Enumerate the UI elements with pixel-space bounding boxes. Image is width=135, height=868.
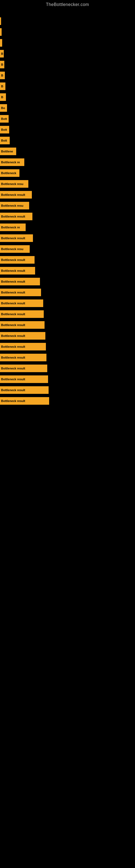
bar-item bbox=[0, 39, 2, 46]
bar-row: B bbox=[0, 92, 135, 102]
bar-item: Bottleneck result bbox=[0, 213, 32, 220]
bar-row: Bottleneck result bbox=[0, 320, 135, 330]
bar-label: Bottleneck result bbox=[1, 280, 25, 283]
bar-label: B bbox=[1, 95, 3, 99]
bar-row: Bottleneck re bbox=[0, 222, 135, 232]
bar-label: B bbox=[1, 63, 3, 66]
bar-row: Bott bbox=[0, 135, 135, 145]
bar-item: Bottleneck result bbox=[0, 343, 46, 350]
bar-label: Bottleneck result bbox=[1, 399, 25, 403]
bar-row: Bo bbox=[0, 103, 135, 113]
bar-label: Bottleneck result bbox=[1, 389, 25, 392]
bar-row: Bottleneck result bbox=[0, 331, 135, 341]
bar-label: Bottleneck resu bbox=[1, 182, 24, 186]
bar-label: Bottleneck re bbox=[1, 161, 20, 164]
bar-row: Bottleneck resu bbox=[0, 201, 135, 211]
bar-label: Bo bbox=[1, 106, 5, 110]
bar-item: Bo bbox=[0, 104, 7, 112]
bar-item: Bottleneck result bbox=[0, 386, 49, 394]
bar-item: Bottleneck result bbox=[0, 375, 48, 383]
bar-label: Bottleneck result bbox=[1, 215, 25, 218]
bar-item: Bottleneck re bbox=[0, 223, 26, 231]
bar-item: Bottleneck resu bbox=[0, 245, 30, 253]
bar-row: Bottleneck result bbox=[0, 364, 135, 373]
bar-item: Bottleneck result bbox=[0, 354, 46, 361]
bar-label: Bottlene bbox=[1, 150, 13, 153]
bar-item: Bottleneck result bbox=[0, 310, 44, 318]
bar-label: Bottleneck result bbox=[1, 312, 25, 316]
bar-label: Bottleneck result bbox=[1, 334, 25, 337]
bar-label: Bottleneck result bbox=[1, 193, 25, 196]
bar-item: B bbox=[0, 83, 5, 90]
bars-container: BBBBBBoBottBottBottBottleneBottleneck re… bbox=[0, 8, 135, 407]
bar-row: Bottleneck result bbox=[0, 277, 135, 286]
bar-row bbox=[0, 38, 135, 48]
bar-label: Bottleneck resu bbox=[1, 247, 24, 251]
bar-item: B bbox=[0, 50, 4, 58]
bar-row: B bbox=[0, 82, 135, 91]
bar-item: Bottleneck result bbox=[0, 332, 45, 340]
bar-row: Bottleneck result bbox=[0, 374, 135, 384]
bar-row: Bottleneck result bbox=[0, 396, 135, 406]
bar-label: B bbox=[1, 74, 3, 77]
bar-row: Bottleneck result bbox=[0, 255, 135, 265]
bar-item: Bottleneck result bbox=[0, 235, 33, 242]
bar-label: Bottleneck result bbox=[1, 367, 25, 370]
bar-item: Bottleneck resu bbox=[0, 180, 28, 188]
bar-item bbox=[0, 18, 1, 25]
site-title: TheBottlenecker.com bbox=[0, 0, 135, 8]
bar-label: Bott bbox=[1, 128, 7, 131]
bar-item: Bottleneck result bbox=[0, 397, 49, 405]
bar-row: Bottleneck result bbox=[0, 287, 135, 297]
bar-row: Bottleneck bbox=[0, 168, 135, 178]
bar-label: Bottleneck result bbox=[1, 291, 25, 294]
bar-row: Bott bbox=[0, 125, 135, 134]
bar-item: Bottleneck bbox=[0, 169, 19, 177]
bar-label: Bottleneck result bbox=[1, 323, 25, 327]
bar-label: Bottleneck re bbox=[1, 226, 20, 229]
bar-label: Bottleneck result bbox=[1, 302, 25, 305]
bar-label: Bott bbox=[1, 139, 7, 142]
bar-row: B bbox=[0, 70, 135, 80]
bar-row: Bottleneck result bbox=[0, 309, 135, 319]
bar-row: Bottleneck result bbox=[0, 352, 135, 362]
bar-item: Bottleneck resu bbox=[0, 202, 29, 209]
bar-item: Bottleneck result bbox=[0, 267, 35, 275]
bar-row: Bottleneck resu bbox=[0, 244, 135, 254]
bar-item: Bottleneck result bbox=[0, 289, 41, 296]
bar-item: Bottlene bbox=[0, 148, 16, 155]
bar-row: Bottleneck result bbox=[0, 190, 135, 199]
bar-row: Bottleneck result bbox=[0, 233, 135, 243]
bar-label: B bbox=[1, 52, 3, 55]
bar-row: Bottleneck result bbox=[0, 266, 135, 276]
bar-item: Bottleneck re bbox=[0, 158, 24, 166]
bar-row: B bbox=[0, 49, 135, 59]
bar-item: Bottleneck result bbox=[0, 321, 45, 329]
bar-item bbox=[0, 28, 2, 36]
bar-item: B bbox=[0, 61, 4, 68]
bar-label: Bott bbox=[1, 117, 7, 120]
bar-label: Bottleneck result bbox=[1, 258, 25, 261]
bar-item: Bottleneck result bbox=[0, 191, 32, 198]
bar-item: Bott bbox=[0, 137, 10, 144]
bar-row bbox=[0, 16, 135, 26]
bar-item: B bbox=[0, 72, 5, 79]
bar-label: Bottleneck result bbox=[1, 345, 25, 348]
bar-row: Bottleneck re bbox=[0, 157, 135, 167]
bar-item: Bott bbox=[0, 126, 9, 133]
bar-item: Bottleneck result bbox=[0, 256, 35, 264]
bar-item: Bottleneck result bbox=[0, 300, 43, 307]
bar-row: Bottlene bbox=[0, 147, 135, 156]
bar-label: Bottleneck result bbox=[1, 237, 25, 240]
bar-item: Bottleneck result bbox=[0, 278, 40, 285]
bar-label: B bbox=[1, 85, 3, 88]
bar-row: Bottleneck result bbox=[0, 342, 135, 351]
bar-item: Bott bbox=[0, 115, 9, 123]
bar-label: Bottleneck resu bbox=[1, 204, 24, 207]
bar-label: Bottleneck result bbox=[1, 356, 25, 359]
bar-label: Bottleneck result bbox=[1, 378, 25, 381]
bar-label: Bottleneck result bbox=[1, 269, 25, 272]
bar-label: Bottleneck bbox=[1, 172, 16, 175]
bar-row: Bottleneck result bbox=[0, 212, 135, 221]
bar-item: B bbox=[0, 93, 6, 101]
